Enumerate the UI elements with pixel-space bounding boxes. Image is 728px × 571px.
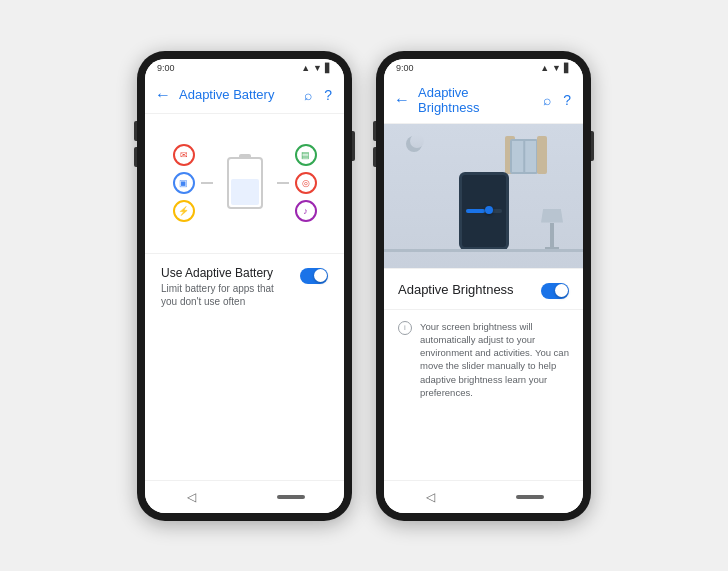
wifi-icon-2: ▼: [552, 63, 561, 73]
volume-down-button: [134, 147, 137, 167]
app-icon-6: ♪: [295, 200, 317, 222]
battery-fill: [231, 179, 259, 205]
scene-phone: [459, 172, 509, 250]
brightness-header-row: Adaptive Brightness: [384, 269, 583, 310]
app-icon-4: ▤: [295, 144, 317, 166]
app-icon-2: ▣: [173, 172, 195, 194]
volume-down-button-2: [373, 147, 376, 167]
wifi-icon: ▼: [313, 63, 322, 73]
lamp-base: [550, 223, 554, 247]
setting-title: Use Adaptive Battery: [161, 266, 292, 280]
help-button-2[interactable]: ?: [561, 90, 573, 110]
brightness-setting-title: Adaptive Brightness: [398, 282, 514, 297]
setting-text: Use Adaptive Battery Limit battery for a…: [161, 266, 292, 308]
battery-illustration: ✉ ▣ ⚡ ▤ ◎ ♪: [145, 114, 344, 254]
battery-icon: ▋: [325, 63, 332, 73]
time-label: 9:00: [157, 63, 175, 73]
power-button: [352, 131, 355, 161]
scene-phone-screen: [462, 175, 506, 247]
app-bar-2: ← Adaptive Brightness ⌕ ?: [384, 77, 583, 124]
shelf: [384, 249, 583, 252]
home-nav-pill-2[interactable]: [516, 495, 544, 499]
search-button[interactable]: ⌕: [302, 85, 314, 105]
content-area-2: Adaptive Brightness i Your screen bright…: [384, 269, 583, 480]
adaptive-battery-toggle[interactable]: [300, 268, 328, 284]
battery-icon-2: ▋: [564, 63, 571, 73]
room-scene: [384, 124, 583, 268]
screen-title-2: Adaptive Brightness: [418, 85, 533, 115]
back-button[interactable]: ←: [155, 86, 171, 104]
search-button-2[interactable]: ⌕: [541, 90, 553, 110]
info-row: i Your screen brightness will automatica…: [384, 310, 583, 410]
help-button[interactable]: ?: [322, 85, 334, 105]
volume-up-button-2: [373, 121, 376, 141]
back-button-2[interactable]: ←: [394, 91, 410, 109]
battery-diagram: ✉ ▣ ⚡ ▤ ◎ ♪: [173, 144, 317, 222]
battery-body: [227, 157, 263, 209]
curtain-right: [537, 136, 547, 174]
app-icon-3: ⚡: [173, 200, 195, 222]
bottom-nav-2: ◁: [384, 480, 583, 513]
app-icon-5: ◎: [295, 172, 317, 194]
info-text: Your screen brightness will automaticall…: [420, 320, 569, 400]
content-area: Use Adaptive Battery Limit battery for a…: [145, 254, 344, 480]
app-bar: ← Adaptive Battery ⌕ ?: [145, 77, 344, 114]
brightness-slider-mini: [466, 209, 502, 213]
connector-right: [277, 182, 289, 184]
signal-icon: ▲: [301, 63, 310, 73]
power-button-2: [591, 131, 594, 161]
home-nav-pill[interactable]: [277, 495, 305, 499]
signal-icon-2: ▲: [540, 63, 549, 73]
app-icon-1: ✉: [173, 144, 195, 166]
moon-icon: [406, 136, 422, 152]
time-label-2: 9:00: [396, 63, 414, 73]
window: [510, 139, 538, 174]
back-nav-icon-2[interactable]: ◁: [423, 489, 439, 505]
battery-center: [227, 157, 263, 209]
back-nav-icon[interactable]: ◁: [184, 489, 200, 505]
lamp-shade: [541, 209, 563, 223]
status-icons: ▲ ▼ ▋: [301, 63, 332, 73]
setting-subtitle: Limit battery for apps that you don't us…: [161, 282, 292, 308]
brightness-illustration: [384, 124, 583, 269]
adaptive-battery-setting-row: Use Adaptive Battery Limit battery for a…: [161, 266, 328, 308]
status-bar-2: 9:00 ▲ ▼ ▋: [384, 59, 583, 77]
info-icon: i: [398, 321, 412, 335]
connector-left: [201, 182, 213, 184]
right-icon-group: ▤ ◎ ♪: [295, 144, 317, 222]
phone-adaptive-brightness: 9:00 ▲ ▼ ▋ ← Adaptive Brightness ⌕ ?: [376, 51, 591, 521]
settings-section: Use Adaptive Battery Limit battery for a…: [145, 254, 344, 320]
screen-title: Adaptive Battery: [179, 87, 294, 102]
left-icon-group: ✉ ▣ ⚡: [173, 144, 195, 222]
status-icons-2: ▲ ▼ ▋: [540, 63, 571, 73]
lamp: [541, 209, 563, 250]
status-bar: 9:00 ▲ ▼ ▋: [145, 59, 344, 77]
adaptive-brightness-toggle[interactable]: [541, 283, 569, 299]
bottom-nav: ◁: [145, 480, 344, 513]
phone-adaptive-battery: 9:00 ▲ ▼ ▋ ← Adaptive Battery ⌕ ? ✉ ▣ ⚡: [137, 51, 352, 521]
volume-up-button: [134, 121, 137, 141]
